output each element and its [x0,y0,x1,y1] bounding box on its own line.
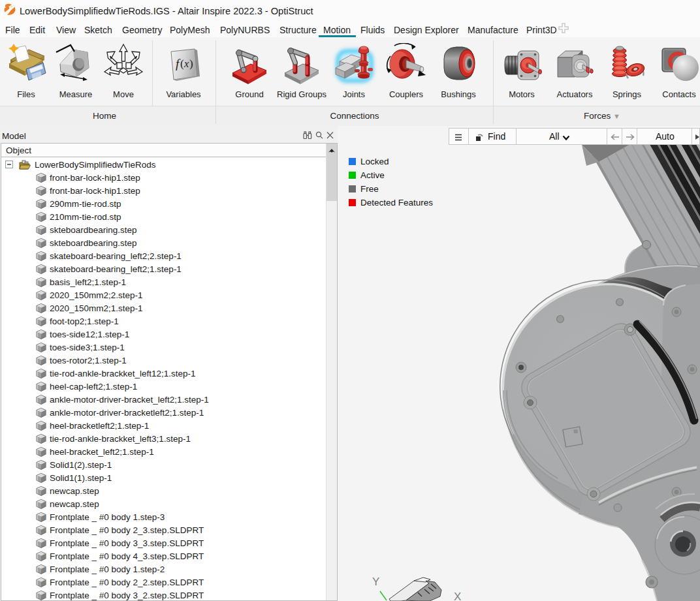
svg-text:Y: Y [372,576,379,588]
svg-text:x: x [183,58,189,69]
svg-text:X: X [454,591,461,601]
svg-text:): ) [189,57,193,70]
